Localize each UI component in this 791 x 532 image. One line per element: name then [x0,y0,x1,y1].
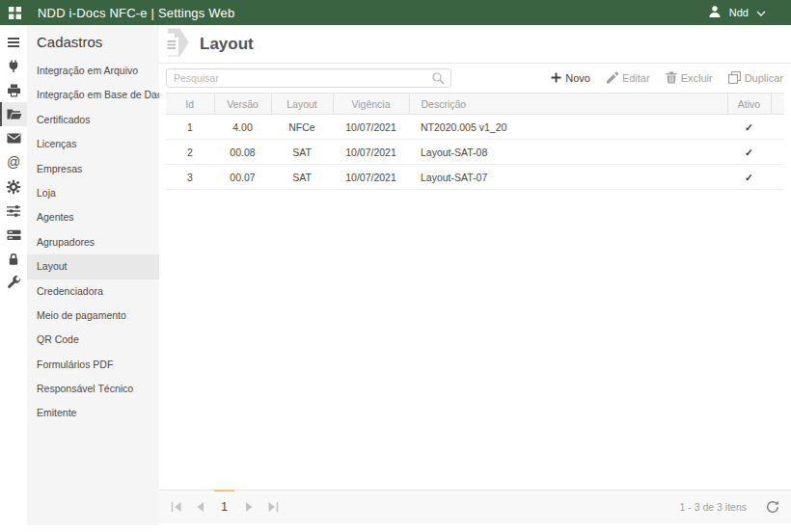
check-icon: ✓ [745,146,753,158]
check-icon: ✓ [745,172,753,183]
sidebar-item-credenciadora[interactable]: Credenciadora [27,279,159,304]
cell-layout: SAT [271,140,333,165]
sidebar-item-agrupadores[interactable]: Agrupadores [27,230,159,254]
icon-rail: @ [0,25,27,532]
table-row[interactable]: 2 00.08 SAT 10/07/2021 Layout-SAT-08 ✓ [166,140,784,165]
pager-buttons: 1 [159,495,285,519]
printer-icon[interactable] [0,78,27,102]
cell-id: 2 [166,140,214,165]
duplicate-button[interactable]: Duplicar [728,71,783,86]
column-header-id[interactable]: Id [166,93,214,115]
pager-right: 1 - 3 de 3 itens [680,500,791,514]
edit-button-label: Editar [622,72,650,84]
cell-layout: NFCe [271,115,333,140]
sidebar-item-meio-pagamento[interactable]: Meio de pagamento [27,304,159,328]
duplicate-button-label: Duplicar [745,72,783,84]
next-page-button[interactable] [236,495,260,519]
cell-vigencia: 10/07/2021 [333,165,409,190]
folder-open-icon[interactable] [0,102,27,126]
page-header: Layout [159,25,791,64]
refresh-icon[interactable] [766,500,779,514]
sidebar-item-licencas[interactable]: Licenças [27,132,159,156]
column-header-ativo[interactable]: Ativo [727,93,771,115]
cell-ativo: ✓ [727,165,771,190]
plus-icon [551,72,561,85]
toolbar-buttons: Novo Editar [551,71,783,86]
pencil-icon [606,71,618,86]
table-row[interactable]: 1 4.00 NFCe 10/07/2021 NT2020.005 v1_20 … [166,115,784,140]
pager-bar: 1 1 - 3 de 3 itens [159,490,791,523]
trash-icon [666,71,677,86]
first-page-button[interactable] [164,495,188,519]
cell-spacer [771,115,784,140]
bottom-strip [159,523,791,532]
table-header-row: Id Versão Layout Vigência Descrição Ativ… [166,93,784,115]
at-icon[interactable]: @ [0,150,27,174]
sidebar-title: Cadastros [27,25,159,59]
sidebar: Cadastros Integração em Arquivo Integraç… [27,25,159,525]
copy-icon [728,71,741,86]
user-menu[interactable]: Ndd [708,5,766,20]
page-title: Layout [200,35,254,54]
sidebar-item-qr-code[interactable]: QR Code [27,328,159,352]
wrench-icon[interactable] [0,271,27,295]
column-header-descricao[interactable]: Descrição [409,93,727,115]
cell-descricao: Layout-SAT-07 [409,165,727,190]
sliders-icon[interactable] [0,199,27,223]
app-body: @ [0,25,791,532]
page-number-button[interactable]: 1 [212,495,236,519]
cell-versao: 4.00 [214,115,271,140]
menu-icon[interactable] [0,30,27,54]
mail-icon[interactable] [0,126,27,150]
server-icon[interactable] [0,223,27,247]
sidebar-item-loja[interactable]: Loja [27,181,159,205]
sidebar-item-integracao-arquivo[interactable]: Integração em Arquivo [27,59,159,83]
cell-layout: SAT [271,165,333,190]
new-button[interactable]: Novo [551,72,590,85]
delete-button[interactable]: Excluir [666,71,713,86]
sidebar-item-integracao-base-dados[interactable]: Integração em Base de Dados [27,83,159,107]
app-title: NDD i-Docs NFC-e | Settings Web [38,6,234,20]
column-header-versao[interactable]: Versão [214,93,271,115]
lock-icon[interactable] [0,247,27,271]
column-header-vigencia[interactable]: Vigência [333,93,409,115]
sidebar-item-emitente[interactable]: Emitente [27,401,159,425]
pager-info: 1 - 3 de 3 itens [680,501,747,513]
previous-page-button[interactable] [188,495,212,519]
cell-spacer [771,140,784,165]
check-icon: ✓ [745,121,753,133]
last-page-button[interactable] [260,495,285,519]
gear-icon[interactable] [0,174,27,199]
cell-versao: 00.07 [214,165,271,190]
cell-descricao: Layout-SAT-08 [409,140,727,165]
search-icon[interactable] [431,71,445,85]
new-button-label: Novo [565,72,590,84]
main-content: Layout Novo [159,25,791,532]
cell-ativo: ✓ [727,140,771,165]
table-row[interactable]: 3 00.07 SAT 10/07/2021 Layout-SAT-07 ✓ [166,165,784,190]
column-header-layout[interactable]: Layout [271,93,333,115]
sidebar-item-responsavel-tecnico[interactable]: Responsável Técnico [27,377,159,401]
sidebar-item-empresas[interactable]: Empresas [27,157,159,181]
cell-ativo: ✓ [727,115,771,140]
cell-spacer [771,165,784,190]
cell-id: 1 [166,115,214,140]
sidebar-item-certificados[interactable]: Certificados [27,108,159,132]
current-page-indicator [214,490,234,492]
cell-id: 3 [166,165,214,190]
search-input[interactable] [167,72,431,84]
cell-vigencia: 10/07/2021 [333,115,409,140]
sidebar-item-formularios-pdf[interactable]: Formulários PDF [27,353,159,377]
cell-versao: 00.08 [214,140,271,165]
svg-text:@: @ [7,155,20,170]
plug-icon[interactable] [0,54,27,78]
chevron-down-icon [756,7,766,18]
sidebar-item-layout[interactable]: Layout [27,254,159,279]
app-launcher-icon[interactable] [9,7,21,19]
edit-button[interactable]: Editar [606,71,650,86]
user-icon [708,5,722,20]
cell-vigencia: 10/07/2021 [333,140,409,165]
cell-descricao: NT2020.005 v1_20 [409,115,727,140]
sidebar-item-agentes[interactable]: Agentes [27,205,159,229]
column-header-spacer [771,93,784,115]
